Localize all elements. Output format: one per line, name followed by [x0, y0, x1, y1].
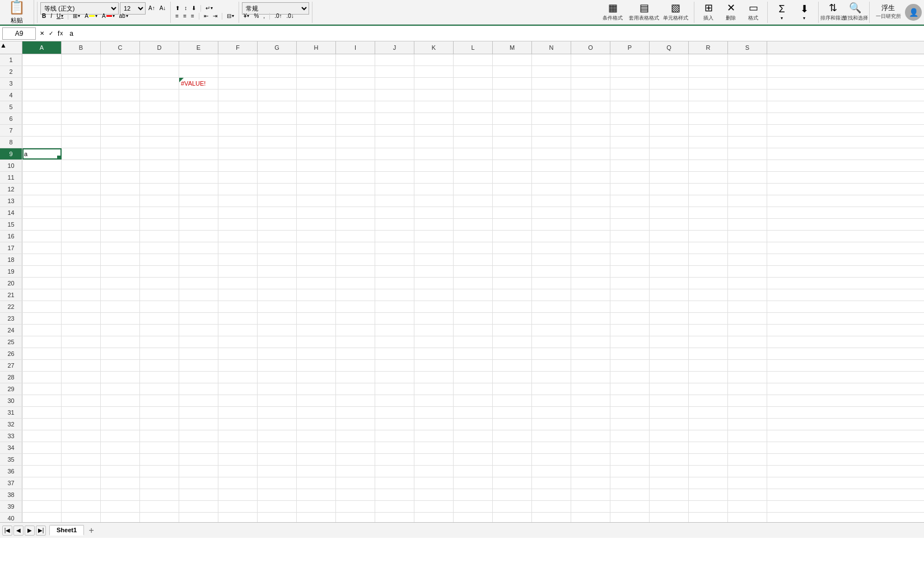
cell-D8[interactable]	[140, 137, 179, 148]
cell-E38[interactable]	[179, 489, 218, 500]
cell-B19[interactable]	[62, 266, 101, 277]
col-header-A[interactable]: A	[22, 41, 62, 54]
row-header-29[interactable]: 29	[0, 383, 22, 395]
cell-K20[interactable]	[414, 278, 454, 289]
cell-A19[interactable]	[22, 266, 62, 277]
cell-F4[interactable]	[218, 90, 258, 101]
cell-J33[interactable]	[375, 430, 414, 442]
cell-P5[interactable]	[610, 101, 650, 112]
cell-D2[interactable]	[140, 66, 179, 77]
cell-P39[interactable]	[610, 501, 650, 512]
cell-I17[interactable]	[336, 242, 375, 254]
cell-P22[interactable]	[610, 301, 650, 312]
cell-P2[interactable]	[610, 66, 650, 77]
row-header-17[interactable]: 17	[0, 242, 22, 254]
cell-E27[interactable]	[179, 360, 218, 371]
cell-I31[interactable]	[336, 407, 375, 418]
cell-P30[interactable]	[610, 395, 650, 406]
cell-F30[interactable]	[218, 395, 258, 406]
cell-C7[interactable]	[101, 125, 140, 136]
cell-G31[interactable]	[258, 407, 297, 418]
align-left-btn[interactable]: ≡	[174, 12, 180, 20]
cell-A16[interactable]	[22, 231, 62, 242]
cell-L3[interactable]	[454, 78, 493, 89]
cell-R27[interactable]	[689, 360, 728, 371]
cell-D11[interactable]	[140, 172, 179, 183]
row-header-20[interactable]: 20	[0, 278, 22, 289]
cell-M9[interactable]	[493, 148, 532, 160]
cell-H25[interactable]	[297, 336, 336, 348]
row-header-13[interactable]: 13	[0, 195, 22, 207]
cell-G38[interactable]	[258, 489, 297, 500]
cell-F7[interactable]	[218, 125, 258, 136]
cell-K21[interactable]	[414, 289, 454, 301]
cell-F17[interactable]	[218, 242, 258, 254]
conditional-format-btn[interactable]: ▦ 条件格式	[598, 1, 627, 24]
cell-N7[interactable]	[532, 125, 571, 136]
cell-O10[interactable]	[571, 160, 610, 171]
cell-B31[interactable]	[62, 407, 101, 418]
cell-J27[interactable]	[375, 360, 414, 371]
percent-btn[interactable]: %	[252, 12, 260, 20]
cell-L17[interactable]	[454, 242, 493, 254]
cell-C28[interactable]	[101, 372, 140, 383]
cell-O20[interactable]	[571, 278, 610, 289]
cell-N12[interactable]	[532, 184, 571, 195]
cell-L9[interactable]	[454, 148, 493, 160]
cell-H20[interactable]	[297, 278, 336, 289]
col-header-L[interactable]: L	[454, 41, 493, 54]
row-header-34[interactable]: 34	[0, 442, 22, 453]
cell-G21[interactable]	[258, 289, 297, 301]
cell-M33[interactable]	[493, 430, 532, 442]
cell-F38[interactable]	[218, 489, 258, 500]
cell-H38[interactable]	[297, 489, 336, 500]
cell-G35[interactable]	[258, 454, 297, 465]
cell-A29[interactable]	[22, 383, 62, 395]
cell-H12[interactable]	[297, 184, 336, 195]
cell-R37[interactable]	[689, 477, 728, 489]
cell-Q10[interactable]	[650, 160, 689, 171]
row-header-36[interactable]: 36	[0, 466, 22, 477]
cell-F6[interactable]	[218, 113, 258, 124]
cell-A25[interactable]	[22, 336, 62, 348]
cell-H3[interactable]	[297, 78, 336, 89]
cell-D33[interactable]	[140, 430, 179, 442]
cell-Q2[interactable]	[650, 66, 689, 77]
cell-N17[interactable]	[532, 242, 571, 254]
cell-M8[interactable]	[493, 137, 532, 148]
insert-function-btn[interactable]: fx	[56, 30, 64, 37]
cell-L13[interactable]	[454, 195, 493, 207]
cell-J28[interactable]	[375, 372, 414, 383]
cell-F35[interactable]	[218, 454, 258, 465]
cell-G9[interactable]	[258, 148, 297, 160]
cell-C38[interactable]	[101, 489, 140, 500]
cell-M40[interactable]	[493, 513, 532, 522]
cell-L21[interactable]	[454, 289, 493, 301]
col-header-D[interactable]: D	[140, 41, 179, 54]
cell-J6[interactable]	[375, 113, 414, 124]
cell-E32[interactable]	[179, 419, 218, 430]
cell-P17[interactable]	[610, 242, 650, 254]
cell-A31[interactable]	[22, 407, 62, 418]
cell-M26[interactable]	[493, 348, 532, 359]
cell-E11[interactable]	[179, 172, 218, 183]
cell-D39[interactable]	[140, 501, 179, 512]
cell-Q22[interactable]	[650, 301, 689, 312]
cell-G32[interactable]	[258, 419, 297, 430]
cell-G15[interactable]	[258, 219, 297, 230]
cell-A36[interactable]	[22, 466, 62, 477]
cell-R6[interactable]	[689, 113, 728, 124]
row-header-21[interactable]: 21	[0, 289, 22, 301]
cell-J35[interactable]	[375, 454, 414, 465]
cell-L27[interactable]	[454, 360, 493, 371]
cell-E4[interactable]	[179, 90, 218, 101]
cell-I16[interactable]	[336, 231, 375, 242]
cell-F25[interactable]	[218, 336, 258, 348]
cell-M13[interactable]	[493, 195, 532, 207]
row-header-19[interactable]: 19	[0, 266, 22, 277]
cell-N29[interactable]	[532, 383, 571, 395]
cell-B13[interactable]	[62, 195, 101, 207]
cell-F40[interactable]	[218, 513, 258, 522]
cell-S21[interactable]	[728, 289, 767, 301]
cell-L32[interactable]	[454, 419, 493, 430]
